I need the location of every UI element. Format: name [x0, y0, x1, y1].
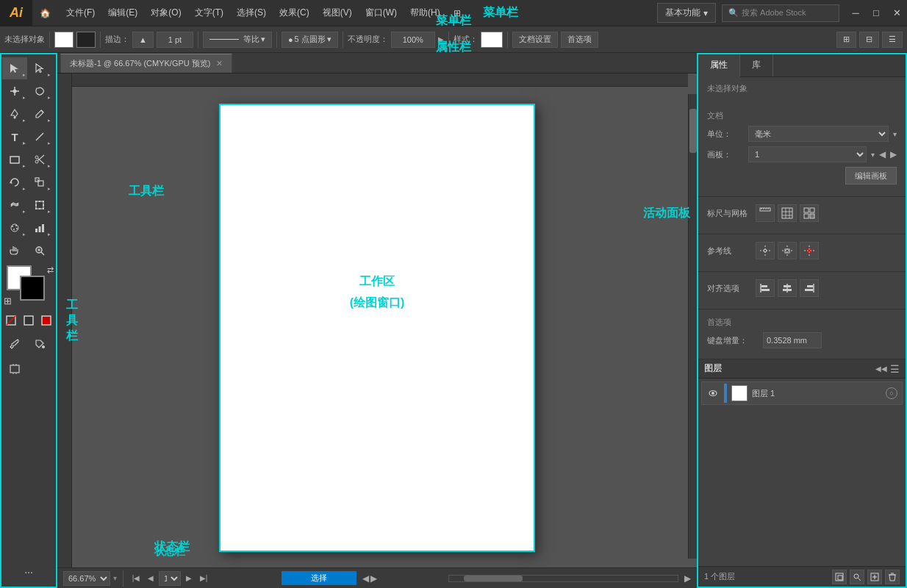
paint-bucket-btn[interactable] [27, 333, 52, 355]
magic-wand-btn[interactable]: ▸ [2, 80, 27, 102]
arrange-btn2[interactable]: ⊟ [859, 32, 879, 48]
prev-page-btn[interactable]: ◀ [144, 572, 157, 585]
lock-guides-btn[interactable] [778, 242, 797, 259]
make-sublayer-btn[interactable] [832, 570, 847, 584]
canvas-drawing-area[interactable]: 工作区 (绘图窗口) [57, 74, 697, 567]
menu-grid-icon[interactable]: ⊞ [448, 5, 467, 21]
fill-none-btn[interactable] [2, 309, 20, 331]
artboard-prev-btn[interactable]: ◀ [879, 149, 886, 159]
scroll-left-btn[interactable]: ◀ [362, 573, 369, 584]
warp-tool-btn[interactable]: ▸ [2, 194, 27, 216]
status-select-btn[interactable]: 选择 [282, 571, 356, 585]
point-dropdown[interactable]: ● 5 点圆形 ▾ [282, 32, 338, 48]
search-layers-btn[interactable] [850, 570, 864, 584]
show-rulers-btn[interactable] [756, 204, 775, 222]
artboard-select[interactable]: 1 [748, 146, 867, 162]
menu-text[interactable]: 文字(T) [189, 4, 229, 22]
type-tool-btn[interactable]: T▸ [2, 126, 27, 148]
graph-tool-btn[interactable]: ▸ [27, 217, 52, 239]
tab-close-btn[interactable]: ✕ [216, 59, 223, 68]
layer-item[interactable]: 图层 1 ○ [701, 381, 903, 405]
scroll-end-btn[interactable]: ▶ [684, 573, 691, 584]
search-stock-bar[interactable]: 🔍 搜索 Adobe Stock [722, 4, 839, 22]
eyedropper-btn[interactable] [2, 333, 27, 355]
scroll-right-btn[interactable]: ▶ [370, 573, 377, 584]
edit-artboard-btn[interactable]: 编辑画板 [845, 167, 897, 184]
stroke-input[interactable]: 1 pt [157, 32, 193, 48]
background-color[interactable] [20, 276, 45, 301]
home-icon-btn[interactable]: 🏠 [32, 0, 57, 26]
menu-effect[interactable]: 效果(C) [273, 4, 315, 22]
vertical-scrollbar[interactable] [688, 94, 697, 559]
fill-swatch[interactable] [54, 32, 74, 48]
zoom-dropdown-arrow[interactable]: ▾ [113, 574, 117, 582]
opacity-input[interactable]: 100% [391, 32, 435, 48]
show-guides-btn[interactable] [756, 242, 775, 259]
pen-tool-btn[interactable]: ▸ [2, 103, 27, 125]
layers-menu-btn[interactable]: ☰ [890, 363, 900, 375]
minimize-btn[interactable]: ─ [845, 3, 866, 24]
stroke-up[interactable]: ▲ [132, 32, 154, 48]
menu-window[interactable]: 窗口(W) [359, 4, 403, 22]
last-page-btn[interactable]: ▶| [197, 572, 210, 585]
lasso-tool-btn[interactable]: ▸ [27, 80, 52, 102]
align-left-btn[interactable] [756, 279, 775, 297]
preferences-btn[interactable]: 首选项 [561, 32, 598, 48]
maximize-btn[interactable]: □ [866, 3, 886, 24]
menu-select[interactable]: 选择(S) [231, 4, 272, 22]
opacity-arrow[interactable]: ▶ [438, 35, 444, 43]
zoom-select[interactable]: 66.67% [63, 571, 110, 586]
delete-layer-btn[interactable] [885, 570, 900, 584]
artboard-dropdown-arrow[interactable]: ▾ [871, 151, 875, 159]
selection-tool-btn[interactable]: ▸ [2, 57, 27, 79]
dash-dropdown[interactable]: 等比 ▾ [203, 32, 272, 48]
scale-tool-btn[interactable]: ▸ [27, 171, 52, 193]
pencil-tool-btn[interactable]: ▸ [27, 103, 52, 125]
align-center-btn[interactable] [778, 279, 797, 297]
close-btn[interactable]: ✕ [886, 3, 907, 24]
symbol-tool-btn[interactable]: ▸ [2, 217, 27, 239]
arrange-btn1[interactable]: ⊞ [836, 32, 856, 48]
line-tool-btn[interactable]: ▸ [27, 126, 52, 148]
menu-object[interactable]: 对象(O) [145, 4, 187, 22]
menu-edit[interactable]: 编辑(E) [102, 4, 143, 22]
menu-file[interactable]: 文件(F) [60, 4, 101, 22]
rect-tool-btn[interactable]: ▸ [2, 148, 27, 171]
menu-view[interactable]: 视图(V) [317, 4, 358, 22]
artboard-tool-btn[interactable] [2, 358, 27, 380]
scissors-tool-btn[interactable]: ▸ [27, 148, 52, 171]
menu-help[interactable]: 帮助(H) [404, 4, 446, 22]
page-select[interactable]: 1 [159, 571, 181, 586]
horizontal-scrollbar[interactable] [448, 575, 679, 582]
workspace-dropdown[interactable]: 基本功能 ▾ [657, 3, 716, 23]
style-swatch[interactable] [481, 32, 503, 48]
artboard-next-btn[interactable]: ▶ [890, 149, 897, 159]
hand-tool-btn[interactable] [2, 240, 27, 262]
align-right-btn[interactable] [800, 279, 819, 297]
show-pixel-grid-btn[interactable] [800, 204, 819, 222]
arrange-btn3[interactable]: ☰ [882, 32, 903, 48]
layers-collapse-btn[interactable]: ◀◀ [875, 365, 887, 373]
direct-select-tool-btn[interactable]: ▸ [27, 57, 52, 79]
next-page-btn[interactable]: ▶ [182, 572, 196, 585]
first-page-btn[interactable]: |◀ [129, 572, 143, 585]
document-tab[interactable]: 未标题-1 @ 66.67% (CMYK/GPU 预览) ✕ [60, 54, 232, 73]
layer-lock-btn[interactable]: ○ [886, 387, 897, 399]
fill-dark-btn[interactable] [20, 309, 37, 331]
unit-dropdown-arrow[interactable]: ▾ [893, 130, 897, 138]
zoom-tool-btn[interactable] [27, 240, 52, 262]
swap-colors-btn[interactable]: ⇄ [47, 265, 54, 275]
fill-red-btn[interactable] [37, 309, 55, 331]
doc-settings-btn[interactable]: 文档设置 [512, 32, 558, 48]
unit-select[interactable]: 毫米 [748, 126, 889, 142]
free-transform-btn[interactable]: ▸ [27, 194, 52, 216]
tab-library[interactable]: 库 [740, 54, 773, 76]
clear-guides-btn[interactable] [800, 242, 819, 259]
keyboard-increment-input[interactable] [763, 332, 822, 348]
rotate-tool-btn[interactable]: ▸ [2, 171, 27, 193]
artboard[interactable] [219, 104, 535, 552]
tab-properties[interactable]: 属性 [698, 54, 740, 77]
show-grid-btn[interactable] [778, 204, 797, 222]
stroke-swatch[interactable] [76, 32, 96, 48]
reset-colors-btn[interactable]: ⊞ [4, 295, 12, 306]
